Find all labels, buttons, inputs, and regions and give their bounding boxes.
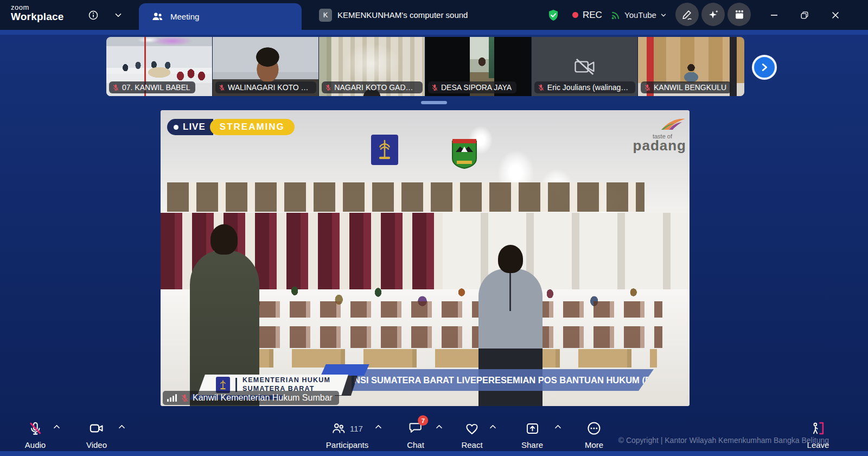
scene-layer (199, 326, 662, 348)
tab-computer-sound[interactable]: K KEMENKUNHAM's computer sound (319, 0, 468, 30)
leave-meeting-icon (810, 421, 826, 436)
chevron-down-icon (113, 10, 123, 20)
youtube-livestream-control[interactable]: YouTube (610, 0, 667, 30)
close-button[interactable] (823, 0, 848, 30)
brand-zoom: zoom (11, 4, 64, 11)
react-options-chevron[interactable] (489, 423, 497, 432)
taste-of-padang-watermark: taste of padang (627, 117, 686, 152)
participant-tile[interactable]: NAGARI KOTO GADAN... (319, 37, 425, 96)
muted-mic-icon (325, 84, 331, 91)
lower-third-divider (235, 378, 237, 392)
shield-check-icon (547, 9, 560, 22)
muted-mic-icon (219, 84, 225, 91)
tab-meeting[interactable]: Meeting (139, 3, 302, 30)
apps-button[interactable] (727, 3, 751, 26)
tab-meeting-label: Meeting (170, 12, 199, 21)
participant-tile[interactable]: 07. KANWIL BABEL (106, 37, 213, 96)
copyright-watermark: © Copyright | Kantor Wilayah Kemenkumham… (618, 436, 829, 445)
chevron-right-icon (758, 61, 770, 73)
kemenkumham-logo (371, 135, 398, 165)
heart-icon (465, 421, 480, 436)
broadcast-icon (610, 10, 621, 21)
filmstrip-scroll-indicator[interactable] (421, 101, 447, 104)
participant-name-badge: KANWIL BENGKULU (641, 81, 731, 93)
window-accent-strip (0, 451, 868, 456)
ai-companion-button[interactable] (701, 3, 725, 26)
participant-tile[interactable]: WALINAGARI KOTO GA... (213, 37, 319, 96)
zoom-workplace-window: zoom Workplace Meeting K KEMENKUNHAM's c… (0, 0, 868, 456)
title-bar: zoom Workplace Meeting K KEMENKUNHAM's c… (0, 0, 868, 30)
audio-button[interactable]: Audio (25, 420, 46, 449)
participant-name-badge: 07. KANWIL BABEL (109, 81, 195, 93)
participant-tile[interactable]: Eric Joulians (walinaga... (532, 37, 638, 96)
share-options-chevron[interactable] (554, 423, 562, 432)
sparkle-icon (707, 8, 720, 21)
sound-tab-avatar: K (319, 9, 332, 22)
muted-mic-icon (181, 394, 189, 402)
video-options-chevron[interactable] (118, 423, 126, 432)
restore-icon (800, 10, 809, 20)
more-ellipsis-icon (586, 421, 602, 436)
meeting-info-button[interactable] (82, 0, 104, 30)
news-ticker: NSI SUMATERA BARAT LIVEPERESEMIAN POS BA… (352, 369, 654, 391)
muted-mic-icon (538, 84, 545, 91)
minimize-button[interactable] (762, 0, 787, 30)
chevron-up-icon (118, 423, 126, 430)
chevron-down-icon (660, 11, 667, 19)
leave-button[interactable]: Leave (807, 420, 829, 449)
chevron-up-icon (374, 423, 382, 430)
live-dot-icon (174, 125, 178, 130)
chat-button[interactable]: 7 Chat (407, 420, 424, 449)
info-icon (87, 9, 99, 21)
camera-off-icon (573, 55, 596, 78)
scene-layer (167, 182, 644, 212)
participant-filmstrip: 07. KANWIL BABEL WALINAGARI KOTO GA... N… (106, 37, 744, 96)
participant-name-badge: WALINAGARI KOTO GA... (215, 81, 316, 93)
apps-grid-icon (733, 9, 745, 21)
camera-icon (89, 421, 104, 436)
lower-third-accent (321, 364, 369, 376)
share-screen-icon (525, 421, 540, 436)
chat-unread-badge: 7 (418, 415, 429, 426)
security-shield-indicator[interactable] (542, 0, 564, 30)
youtube-label: YouTube (624, 10, 656, 20)
participants-count: 117 (350, 424, 363, 433)
participants-icon (331, 421, 346, 436)
live-label-pill: LIVE (167, 119, 213, 135)
more-button[interactable]: More (585, 420, 603, 449)
participant-name-badge: Eric Joulians (walinaga... (534, 81, 635, 93)
scene-layer (220, 349, 657, 368)
chat-options-chevron[interactable] (435, 423, 443, 432)
chevron-up-icon (53, 423, 61, 430)
speaker-name-badge: Kanwil Kementerian Hukum Sumbar (163, 391, 339, 405)
next-videos-button[interactable] (752, 55, 777, 80)
participants-button[interactable]: 117 Participants (326, 420, 368, 449)
header-dropdown-button[interactable] (107, 0, 129, 30)
annotate-button[interactable] (675, 3, 699, 26)
main-video-tile: LIVE STREAMING tas (161, 110, 690, 406)
scene-layer (199, 301, 662, 318)
restore-button[interactable] (792, 0, 817, 30)
rec-dot-icon (572, 12, 578, 18)
participants-options-chevron[interactable] (374, 423, 382, 432)
video-button[interactable]: Video (86, 420, 107, 449)
mic-muted-icon (28, 421, 43, 436)
chevron-up-icon (489, 423, 497, 430)
participant-name-badge: DESA SIPORA JAYA (428, 81, 516, 93)
muted-mic-icon (112, 84, 119, 91)
participant-tile[interactable]: DESA SIPORA JAYA (425, 37, 532, 96)
kemenkumham-emblem-icon (375, 139, 394, 161)
react-button[interactable]: React (461, 420, 482, 449)
muted-mic-icon (431, 84, 438, 91)
tab-sound-label: KEMENKUNHAM's computer sound (337, 10, 468, 20)
streaming-label-pill: STREAMING (210, 119, 295, 135)
share-button[interactable]: Share (521, 420, 543, 449)
minimize-icon (770, 11, 778, 20)
pencil-icon (681, 9, 693, 21)
rec-label: REC (583, 10, 602, 21)
meeting-people-icon (151, 10, 164, 23)
padang-swoosh-icon (658, 117, 686, 131)
zoom-workplace-logo: zoom Workplace (11, 4, 64, 22)
participant-tile[interactable]: KANWIL BENGKULU (638, 37, 744, 96)
audio-options-chevron[interactable] (53, 423, 61, 432)
